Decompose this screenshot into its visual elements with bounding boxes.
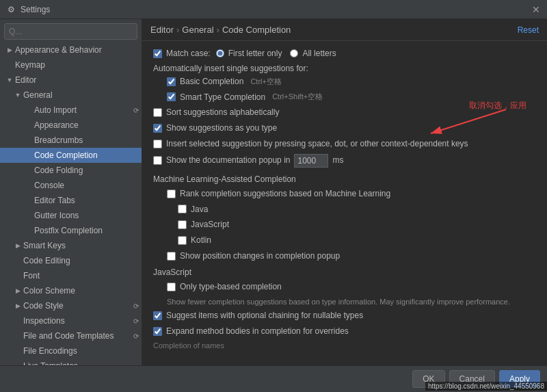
optional-chaining-checkbox[interactable] xyxy=(153,311,162,320)
sidebar-item-code-editing[interactable]: ▶ Code Editing xyxy=(0,253,142,268)
reset-link[interactable]: Reset xyxy=(518,25,539,35)
js-section-header: JavaScript xyxy=(153,267,536,277)
javascript-checkbox[interactable] xyxy=(178,220,187,229)
sidebar-item-appearance-behavior[interactable]: ▶ Appearance & Behavior xyxy=(0,42,142,57)
show-doc-popup-label[interactable]: Show the documentation popup in xyxy=(153,155,290,166)
rank-by-ml-checkbox[interactable] xyxy=(167,190,176,198)
first-letter-radio[interactable] xyxy=(216,49,224,57)
sidebar-item-breadcrumbs[interactable]: ▶ Breadcrumbs xyxy=(0,133,142,148)
match-case-label[interactable]: Match case: xyxy=(153,48,211,60)
javascript-text: JavaScript xyxy=(191,219,229,231)
sidebar-item-keymap[interactable]: ▶ Keymap xyxy=(0,57,142,73)
sidebar-item-label: Smart Keys xyxy=(23,241,66,250)
arrow-icon: ▶ xyxy=(14,241,22,250)
sidebar-item-editor-tabs[interactable]: ▶ Editor Tabs xyxy=(0,193,142,208)
javascript-label[interactable]: JavaScript xyxy=(178,219,229,231)
sidebar-item-font[interactable]: ▶ Font xyxy=(0,268,142,283)
expand-method-checkbox[interactable] xyxy=(153,327,162,336)
kotlin-checkbox[interactable] xyxy=(178,236,187,245)
sync-icon: ⟳ xyxy=(133,332,142,340)
sidebar-item-code-style[interactable]: ▶ Code Style ⟳ xyxy=(0,298,142,313)
only-type-based-label[interactable]: Only type-based completion xyxy=(167,281,282,293)
rank-by-ml-label[interactable]: Rank completion suggestions based on Mac… xyxy=(167,188,390,200)
sidebar-item-smart-keys[interactable]: ▶ Smart Keys xyxy=(0,238,142,253)
doc-popup-value-input[interactable] xyxy=(294,154,328,168)
sync-icon: ⟳ xyxy=(133,107,142,114)
optional-chaining-text: Suggest items with optional chaining for… xyxy=(166,310,363,322)
sidebar-item-console[interactable]: ▶ Console xyxy=(0,178,142,193)
optional-chaining-label[interactable]: Suggest items with optional chaining for… xyxy=(153,310,363,322)
settings-body: 取消勾选，应用 Match case: First letter only xyxy=(142,41,547,365)
sidebar-item-code-completion[interactable]: ▶ Code Completion xyxy=(0,148,142,163)
auto-insert-section-label: Automatically insert single suggestions … xyxy=(153,64,536,73)
watermark: https://blog.csdn.net/weixin_44550968 xyxy=(425,382,547,391)
sort-alphabetically-label[interactable]: Sort suggestions alphabetically xyxy=(153,107,279,118)
only-type-based-checkbox[interactable] xyxy=(167,283,176,291)
breadcrumb-sep-1: › xyxy=(176,25,179,35)
match-case-checkbox[interactable] xyxy=(153,49,162,58)
sidebar-item-label: Appearance xyxy=(34,120,79,130)
kotlin-text: Kotlin xyxy=(191,235,211,246)
first-letter-label[interactable]: First letter only xyxy=(216,48,282,60)
only-type-based-desc: Show fewer completion suggestions based … xyxy=(167,297,536,307)
basic-completion-label[interactable]: Basic Completion Ctrl+空格 xyxy=(167,76,282,88)
sort-alphabetically-checkbox[interactable] xyxy=(153,108,162,117)
show-doc-popup-row: Show the documentation popup in ms xyxy=(153,154,536,168)
sidebar-item-label: Color Scheme xyxy=(23,286,75,296)
search-box[interactable] xyxy=(4,23,137,40)
sidebar-item-live-templates[interactable]: ▶ Live Templates xyxy=(0,358,142,365)
sidebar-item-file-encodings[interactable]: ▶ File Encodings xyxy=(0,343,142,358)
sidebar-item-auto-import[interactable]: ▶ Auto Import ⟳ xyxy=(0,103,142,118)
insert-selected-checkbox[interactable] xyxy=(153,140,162,148)
search-input[interactable] xyxy=(9,27,133,36)
close-button[interactable]: ✕ xyxy=(531,4,542,15)
insert-selected-label[interactable]: Insert selected suggestion by pressing s… xyxy=(153,138,468,150)
rank-by-ml-row: Rank completion suggestions based on Mac… xyxy=(153,188,536,200)
basic-completion-checkbox[interactable] xyxy=(167,77,176,86)
sidebar-item-label: File and Code Templates xyxy=(23,331,114,341)
sidebar-item-inspections[interactable]: ▶ Inspections ⟳ xyxy=(0,313,142,328)
all-letters-radio[interactable] xyxy=(290,49,298,57)
sidebar-item-file-and-code-templates[interactable]: ▶ File and Code Templates ⟳ xyxy=(0,328,142,343)
expand-method-text: Expand method bodies in completion for o… xyxy=(166,326,349,337)
match-case-text: Match case: xyxy=(166,48,211,60)
show-doc-popup-checkbox[interactable] xyxy=(153,156,162,165)
sidebar-item-color-scheme[interactable]: ▶ Color Scheme xyxy=(0,283,142,298)
sidebar-item-general[interactable]: ▼ General xyxy=(0,88,142,103)
sidebar-item-gutter-icons[interactable]: ▶ Gutter Icons xyxy=(0,208,142,223)
sort-alphabetically-text: Sort suggestions alphabetically xyxy=(166,107,279,118)
java-label[interactable]: Java xyxy=(178,204,208,215)
tree-area: ▶ Appearance & Behavior ▶ Keymap ▼ Edito… xyxy=(0,42,142,365)
smart-type-row: Smart Type Completion Ctrl+Shift+空格 xyxy=(153,92,536,103)
show-as-you-type-label[interactable]: Show suggestions as you type xyxy=(153,122,277,134)
all-letters-label[interactable]: All letters xyxy=(290,48,336,60)
sync-icon: ⟳ xyxy=(133,317,142,325)
arrow-icon: ▶ xyxy=(5,46,14,54)
show-position-changes-label[interactable]: Show position changes in completion popu… xyxy=(167,250,340,262)
smart-type-text: Smart Type Completion xyxy=(180,92,265,103)
basic-completion-row: Basic Completion Ctrl+空格 xyxy=(153,76,536,88)
smart-type-label[interactable]: Smart Type Completion Ctrl+Shift+空格 xyxy=(167,92,323,103)
sidebar-item-appearance[interactable]: ▶ Appearance xyxy=(0,118,142,133)
show-position-changes-checkbox[interactable] xyxy=(167,252,176,261)
sidebar-item-label: Postfix Completion xyxy=(34,226,103,235)
java-checkbox[interactable] xyxy=(178,205,187,213)
show-as-you-type-text: Show suggestions as you type xyxy=(166,122,277,134)
ml-section-header: Machine Learning-Assisted Completion xyxy=(153,174,536,184)
radio-group: First letter only All letters xyxy=(216,48,336,60)
sidebar-item-code-folding[interactable]: ▶ Code Folding xyxy=(0,163,142,178)
arrow-icon: ▶ xyxy=(14,287,22,295)
kotlin-label[interactable]: Kotlin xyxy=(178,235,211,246)
optional-chaining-row: Suggest items with optional chaining for… xyxy=(153,310,536,322)
title-bar-text: Settings xyxy=(21,5,531,14)
sidebar-item-editor[interactable]: ▼ Editor xyxy=(0,73,142,88)
show-as-you-type-checkbox[interactable] xyxy=(153,124,162,133)
sort-alphabetically-row: Sort suggestions alphabetically xyxy=(153,107,536,118)
sidebar-item-label: Gutter Icons xyxy=(34,211,79,220)
expand-method-label[interactable]: Expand method bodies in completion for o… xyxy=(153,326,349,337)
kotlin-row: Kotlin xyxy=(153,235,536,246)
insert-selected-text: Insert selected suggestion by pressing s… xyxy=(166,138,468,150)
sidebar-item-postfix-completion[interactable]: ▶ Postfix Completion xyxy=(0,223,142,238)
doc-popup-input-group: ms xyxy=(294,154,343,168)
smart-type-checkbox[interactable] xyxy=(167,92,176,101)
